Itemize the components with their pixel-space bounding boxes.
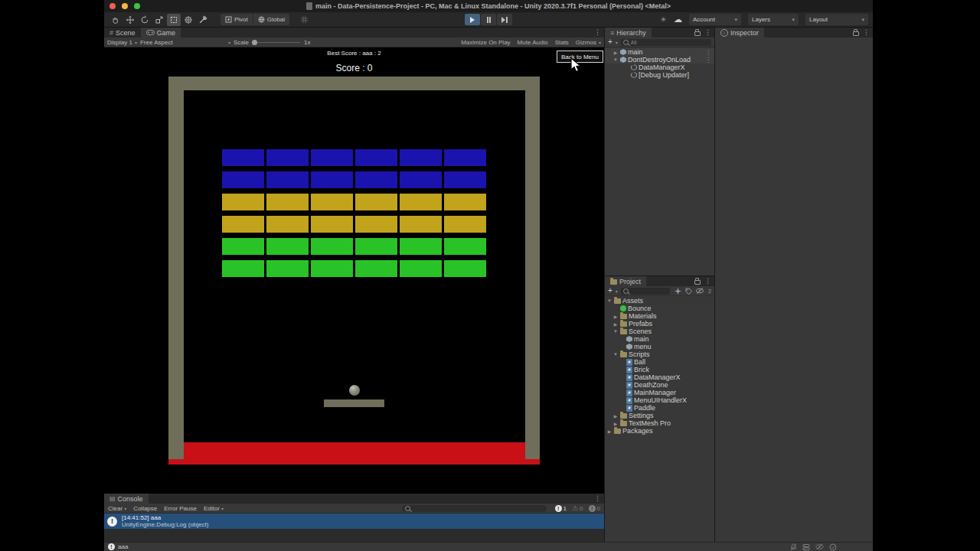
expand-arrow-icon[interactable]: ▶ [612,314,619,319]
collapse-toggle[interactable]: Collapse [133,505,157,512]
grid-snapping-icon[interactable] [300,13,309,27]
eye-hidden-icon[interactable] [815,543,824,550]
gizmos-dropdown[interactable]: Gizmos ▾ [576,39,601,46]
search-by-label-icon[interactable] [685,288,692,295]
layout-dropdown[interactable]: Layout ▾ [805,14,868,25]
expand-arrow-icon[interactable]: ▶ [606,429,612,434]
scale-tool-icon[interactable] [152,14,166,26]
project-item-deathzone[interactable]: #DeathZone [605,381,714,389]
lock-icon[interactable] [694,31,701,36]
warning-count[interactable]: ⚠ 0 [572,505,583,512]
custom-tool-icon[interactable] [196,14,210,26]
project-item-mainmanager[interactable]: #MainManager [605,389,714,396]
project-item-scripts[interactable]: ▼Scripts [605,350,714,358]
stats-toggle[interactable]: Stats [555,39,569,46]
collapse-arrow-icon[interactable]: ▼ [612,352,619,357]
project-item-ball[interactable]: #Ball [605,358,714,366]
hierarchy-search-input[interactable]: All [621,39,711,46]
search-by-type-icon[interactable] [675,288,681,295]
project-item-packages[interactable]: ▶Packages [605,427,714,435]
item-menu-icon[interactable]: ⋮ [705,57,714,64]
hierarchy-item-dontdestroyonload[interactable]: ▼DontDestroyOnLoad⋮ [605,56,714,64]
log-entry-selected[interactable]: ! [14:41:52] aaa UnityEngine.Debug:Log (… [104,514,604,529]
tab-inspector[interactable]: i Inspector [715,28,764,37]
aspect-dropdown[interactable]: Free Aspect ▾ [140,39,230,46]
hidden-packages-icon[interactable] [696,288,704,294]
hierarchy-item-debug-updater[interactable]: [Debug Updater] [605,71,714,79]
expand-arrow-icon[interactable]: ▶ [612,421,619,426]
project-item-materials[interactable]: ▶Materials [605,312,714,320]
tab-scene[interactable]: # Scene [104,28,141,37]
collapse-arrow-icon[interactable]: ▼ [612,329,619,334]
scale-slider[interactable] [253,42,300,43]
folder-icon [620,421,627,426]
progress-check-icon[interactable] [829,543,837,551]
project-item-bounce[interactable]: Bounce [605,305,714,312]
pause-button[interactable] [481,14,496,25]
maximize-on-play-toggle[interactable]: Maximize On Play [461,39,510,46]
collapse-arrow-icon[interactable]: ▼ [612,57,619,62]
panel-menu-icon[interactable]: ⋮ [704,29,711,36]
hierarchy-item-datamanagerx[interactable]: DataManagerX [605,64,714,71]
project-item-brick[interactable]: #Brick [605,366,714,373]
account-dropdown[interactable]: Account ▾ [689,14,741,25]
project-item-main[interactable]: main [605,335,714,343]
project-item-textmesh-pro[interactable]: ▶TextMesh Pro [605,419,714,427]
project-item-paddle[interactable]: #Paddle [605,404,714,412]
status-message[interactable]: aaa [118,543,128,550]
panel-menu-icon[interactable]: ⋮ [594,495,601,502]
project-item-scenes[interactable]: ▼Scenes [605,328,714,335]
hand-tool-icon[interactable] [109,14,122,26]
hierarchy-item-main[interactable]: ▶main⋮ [605,48,714,56]
cloud-services-icon[interactable]: ☁ [674,15,682,24]
info-count[interactable]: ! 1 [555,505,567,512]
project-search-input[interactable] [621,288,670,295]
clear-button[interactable]: Clear ▾ [108,505,126,512]
lock-icon[interactable] [853,31,859,36]
activity-icon[interactable]: ☀ [660,15,667,24]
transform-tool-icon[interactable] [181,14,195,26]
status-info-icon[interactable]: ! [108,543,115,550]
bell-icon[interactable] [790,543,797,551]
panel-menu-icon[interactable]: ⋮ [704,278,711,285]
project-item-prefabs[interactable]: ▶Prefabs [605,320,714,328]
lock-icon[interactable] [694,280,701,285]
error-pause-toggle[interactable]: Error Pause [164,505,197,512]
create-button[interactable]: + [608,287,612,295]
project-item-datamanagerx[interactable]: #DataManagerX [605,373,714,381]
step-button[interactable] [497,14,512,25]
pivot-button[interactable]: Pivot [220,14,253,25]
maximize-window-icon[interactable] [134,3,140,9]
project-item-settings[interactable]: ▶Settings [605,412,714,419]
move-tool-icon[interactable] [123,14,137,26]
collapse-arrow-icon[interactable]: ▼ [606,298,612,303]
panel-menu-icon[interactable]: ⋮ [594,29,601,36]
error-count[interactable]: ! 0 [589,505,600,512]
tab-project[interactable]: Project [605,276,646,286]
expand-arrow-icon[interactable]: ▶ [612,321,619,327]
play-button[interactable] [465,14,480,25]
expand-arrow-icon[interactable]: ▶ [612,413,619,419]
slider-knob[interactable] [252,40,257,45]
editor-dropdown[interactable]: Editor ▾ [204,505,224,512]
project-item-menu[interactable]: menu [605,343,714,350]
create-button[interactable]: + [608,38,612,46]
item-menu-icon[interactable]: ⋮ [705,49,714,56]
minimize-window-icon[interactable] [122,3,128,9]
expand-arrow-icon[interactable]: ▶ [612,50,619,55]
close-window-icon[interactable] [109,3,116,9]
tab-console[interactable]: ▤ Console [104,494,149,504]
tab-game[interactable]: Game [141,28,181,37]
console-search-input[interactable] [402,505,547,512]
rect-tool-icon[interactable] [167,14,181,26]
project-item-menuuihandlerx[interactable]: #MenuUIHandlerX [605,396,714,404]
tab-hierarchy[interactable]: ≡ Hierarchy [605,28,652,37]
panel-menu-icon[interactable]: ⋮ [863,29,870,36]
cache-server-icon[interactable] [802,543,810,551]
layers-dropdown[interactable]: Layers ▾ [748,14,799,25]
mute-audio-toggle[interactable]: Mute Audio [518,39,548,46]
global-button[interactable]: Global [253,14,289,25]
project-item-assets[interactable]: ▼Assets [605,297,714,305]
display-dropdown[interactable]: Display 1 ▾ [107,39,137,46]
rotate-tool-icon[interactable] [138,14,152,26]
